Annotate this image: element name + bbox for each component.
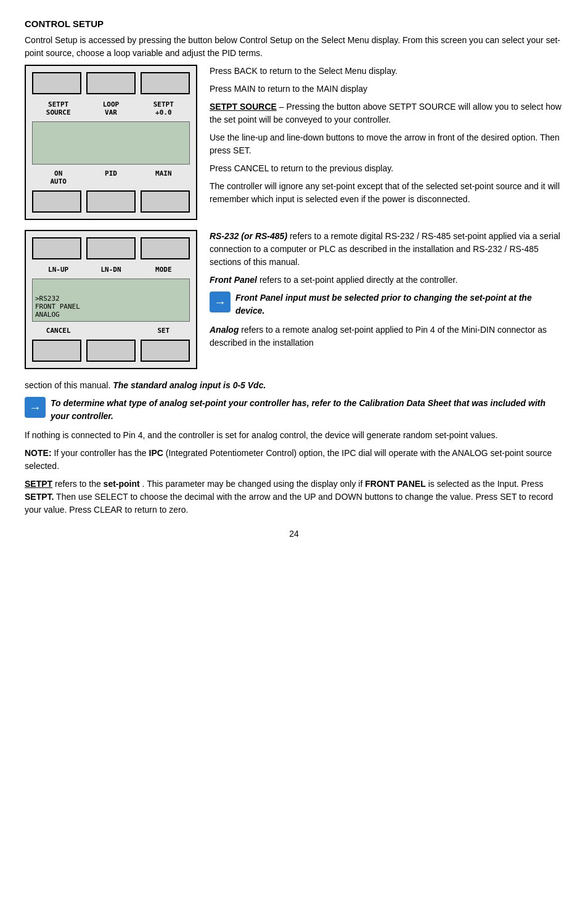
- top-labels-2: LN-UP LN-DN MODE: [32, 266, 190, 274]
- press-back-text: Press BACK to return to the Select Menu …: [210, 65, 563, 78]
- label-ln-up: LN-UP: [32, 266, 84, 274]
- rs232-label: RS-232 (or RS-485): [210, 231, 287, 241]
- controller-ignore-text: The controller will ignore any set-point…: [210, 180, 563, 206]
- section-2: LN-UP LN-DN MODE >RS232FRONT PANELANALOG…: [25, 230, 563, 369]
- setpt-desc3: Then use SELECT to choose the decimal wi…: [25, 492, 553, 515]
- lcd-screen-2: >RS232FRONT PANELANALOG: [32, 279, 190, 322]
- setpt-desc-prefix: refers to the: [55, 479, 104, 489]
- bottom-btn-5[interactable]: [86, 340, 136, 362]
- note1-text: Front Panel input must be selected prior…: [235, 291, 563, 317]
- ipc-label: IPC: [149, 448, 163, 458]
- front-panel-label: Front Panel: [210, 275, 257, 285]
- label-cancel: CANCEL: [32, 327, 84, 335]
- front-panel-desc: refers to a set-point applied directly a…: [259, 275, 457, 285]
- bottom-btn-4[interactable]: [32, 340, 81, 362]
- front-panel-para: Front Panel refers to a set-point applie…: [210, 274, 563, 287]
- setpt-para: SETPT refers to the set-point . This par…: [25, 478, 563, 516]
- label-mode: MODE: [137, 266, 190, 274]
- setpt-desc2: is selected as the Input. Press: [428, 479, 544, 489]
- if-nothing-text: If nothing is connected to Pin 4, and th…: [25, 429, 563, 442]
- setpt-source-label: SETPT SOURCE: [210, 102, 277, 112]
- section-1: SETPTSOURCE LOOPVAR SETPT+0.0 ONAUTO PID…: [25, 65, 563, 220]
- setpt-label: SETPT: [25, 479, 52, 489]
- label-setpt-source: SETPTSOURCE: [32, 100, 84, 116]
- label-set: SET: [137, 327, 190, 335]
- top-btn-3[interactable]: [141, 72, 190, 94]
- top-btn-5[interactable]: [86, 237, 136, 259]
- top-buttons-1: [32, 72, 190, 94]
- intro-text: Control Setup is accessed by pressing th…: [25, 34, 563, 60]
- analog-desc: refers to a remote analog set-point appl…: [210, 325, 547, 348]
- front-panel-bold: FRONT PANEL: [365, 479, 426, 489]
- top-labels-1: SETPTSOURCE LOOPVAR SETPT+0.0: [32, 100, 190, 116]
- bottom-btn-1[interactable]: [32, 190, 81, 213]
- press-cancel-text: Press CANCEL to return to the previous d…: [210, 162, 563, 175]
- analog-label: Analog: [210, 325, 239, 335]
- press-main-text: Press MAIN to return to the MAIN display: [210, 83, 563, 96]
- setpt-bold: set-point: [104, 479, 140, 489]
- top-btn-6[interactable]: [141, 237, 190, 259]
- label-ln-dn: LN-DN: [84, 266, 137, 274]
- bottom-btn-2[interactable]: [86, 190, 136, 213]
- lcd-screen-1: [32, 121, 190, 165]
- setpt-btn: SETPT.: [25, 492, 54, 502]
- label-main: MAIN: [137, 169, 190, 185]
- label-on-auto: ONAUTO: [32, 169, 84, 185]
- bottom-labels-1: ONAUTO PID MAIN: [32, 169, 190, 185]
- bottom-labels-2: CANCEL SET: [32, 327, 190, 335]
- label-pid: PID: [84, 169, 137, 185]
- arrow-icon-1: →: [210, 291, 231, 312]
- top-buttons-2: [32, 237, 190, 259]
- analog-standard: The standard analog input is 0-5 Vdc.: [113, 380, 266, 390]
- page-title: CONTROL SETUP: [25, 18, 563, 29]
- note-ipc-para: NOTE: If your controller has the IPC (In…: [25, 447, 563, 473]
- top-btn-4[interactable]: [32, 237, 81, 259]
- top-btn-1[interactable]: [32, 72, 81, 94]
- setpt-source-para: SETPT SOURCE – Pressing the button above…: [210, 100, 563, 126]
- bottom-btn-6[interactable]: [141, 340, 190, 362]
- note2-text: To determine what type of analog set-poi…: [51, 397, 563, 423]
- note-ipc-text: If your controller has the: [54, 448, 149, 458]
- lcd-options: >RS232FRONT PANELANALOG: [35, 295, 80, 319]
- note-label: NOTE:: [25, 448, 52, 458]
- desc-col-1: Press BACK to return to the Select Menu …: [210, 65, 563, 220]
- lcd-panel-2: LN-UP LN-DN MODE >RS232FRONT PANELANALOG…: [25, 230, 197, 369]
- lcd-panel-1: SETPTSOURCE LOOPVAR SETPT+0.0 ONAUTO PID…: [25, 65, 197, 220]
- label-setpt-val: SETPT+0.0: [137, 100, 190, 116]
- bottom-btn-3[interactable]: [141, 190, 190, 213]
- use-lineup-text: Use the line-up and line-down buttons to…: [210, 131, 563, 157]
- analog-standard-para: section of this manual. The standard ana…: [25, 379, 563, 392]
- analog-para: Analog refers to a remote analog set-poi…: [210, 324, 563, 349]
- label-loop-var: LOOPVAR: [84, 100, 137, 116]
- top-btn-2[interactable]: [86, 72, 136, 94]
- setpt-desc: . This parameter may be changed using th…: [142, 479, 365, 489]
- rs232-para: RS-232 (or RS-485) refers to a remote di…: [210, 230, 563, 269]
- bottom-buttons-1: [32, 190, 190, 213]
- label-empty: [84, 327, 137, 335]
- bottom-buttons-2: [32, 340, 190, 362]
- note-box-1: → Front Panel input must be selected pri…: [210, 291, 563, 317]
- arrow-icon-2: →: [25, 397, 46, 418]
- desc-col-2: RS-232 (or RS-485) refers to a remote di…: [210, 230, 563, 369]
- note-box-2: → To determine what type of analog set-p…: [25, 397, 563, 423]
- page-number: 24: [25, 529, 563, 539]
